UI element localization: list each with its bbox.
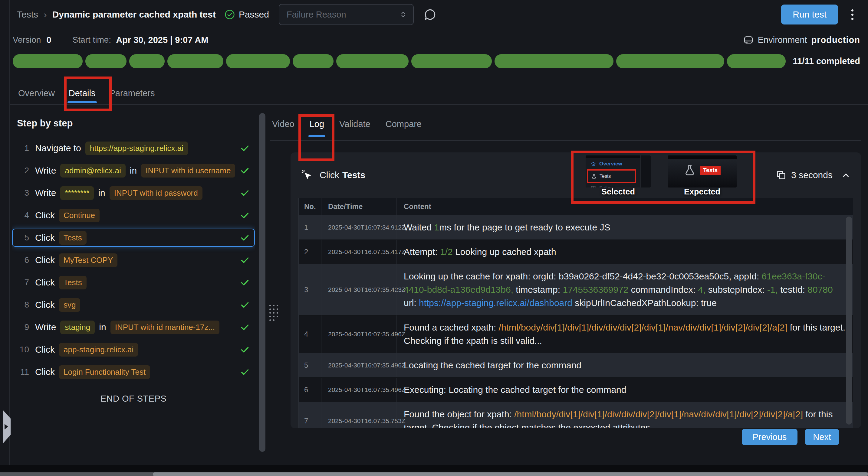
log-text-segment: url: bbox=[404, 298, 419, 308]
status-text: Passed bbox=[239, 9, 269, 20]
step-row[interactable]: 3Write********inINPUT with id password bbox=[12, 184, 255, 202]
step-row[interactable]: 7ClickTests bbox=[12, 273, 255, 292]
log-text-segment: Looking up the cache for xpath: orgId: b… bbox=[404, 271, 762, 281]
log-cell-time: 2025-04-30T16:07:35.423Z bbox=[321, 264, 396, 315]
log-cell-content: Attempt: 1/2 Looking up cached xpath bbox=[396, 240, 853, 264]
log-table-header: No. Date/Time Content bbox=[299, 198, 853, 215]
log-table-scrollbar[interactable] bbox=[846, 216, 852, 424]
log-row: 42025-04-30T16:07:35.496ZFound a cached … bbox=[299, 315, 853, 353]
step-row[interactable]: 8Clicksvg bbox=[12, 296, 255, 314]
tab-validate[interactable]: Validate bbox=[338, 119, 372, 137]
log-step-header: Click Tests Overview bbox=[290, 152, 861, 198]
screenshot-thumbnails: Overview Tests Suites bbox=[586, 156, 737, 195]
next-button[interactable]: Next bbox=[805, 429, 839, 445]
tab-details[interactable]: Details bbox=[67, 88, 97, 103]
failure-reason-select[interactable]: Failure Reason bbox=[279, 4, 414, 25]
step-number: 6 bbox=[18, 255, 29, 265]
check-icon bbox=[240, 277, 250, 287]
step-action: Click bbox=[35, 233, 55, 243]
log-cell-no: 1 bbox=[299, 215, 321, 239]
house-icon bbox=[590, 161, 596, 167]
log-text-segment: skipUrlInCachedXPathLookup: true bbox=[572, 298, 717, 308]
step-row[interactable]: 10Clickapp-staging.relicx.ai bbox=[12, 341, 255, 359]
step-row[interactable]: 11ClickLogin Functionality Test bbox=[12, 363, 255, 381]
selected-screenshot-thumbnail[interactable]: Overview Tests Suites bbox=[586, 156, 651, 195]
kebab-menu-icon[interactable] bbox=[849, 7, 855, 22]
log-text-segment: testId: bbox=[780, 284, 807, 295]
log-cell-no: 2 bbox=[299, 240, 321, 264]
step-value-badge: admin@relicx.ai bbox=[60, 164, 125, 177]
start-time-label: Start time: bbox=[73, 35, 112, 45]
check-icon bbox=[240, 322, 250, 332]
log-row: 62025-04-30T16:07:35.496ZExecuting: Loca… bbox=[299, 377, 853, 402]
log-cell-content: Looking up the cache for xpath: orgId: b… bbox=[396, 264, 853, 315]
mini-sidebar: Overview Tests Suites bbox=[586, 156, 641, 188]
check-icon bbox=[240, 344, 250, 355]
log-row: 52025-04-30T16:07:35.496ZLocating the ca… bbox=[299, 353, 853, 377]
detail-tabs: VideoLogValidateCompare bbox=[271, 119, 423, 137]
step-number: 7 bbox=[18, 278, 29, 287]
progress-segment bbox=[727, 54, 786, 68]
check-icon bbox=[240, 188, 250, 198]
page-title: Dynamic parameter cached xpath test bbox=[52, 9, 216, 20]
check-icon bbox=[240, 143, 250, 153]
log-text-segment: 1/2 bbox=[440, 247, 455, 257]
step-row[interactable]: 4ClickContinue bbox=[12, 206, 255, 225]
log-text-segment: commandIndex: bbox=[631, 284, 698, 295]
step-row[interactable]: 9WritestaginginINPUT with id mantine-17z… bbox=[12, 318, 255, 336]
step-action: Write bbox=[35, 322, 56, 332]
steps-scrollbar[interactable] bbox=[259, 113, 266, 452]
expected-screenshot-thumbnail[interactable]: Tests Expected bbox=[668, 156, 737, 195]
step-target-badge: Login Functionality Test bbox=[59, 365, 150, 379]
step-target-badge: INPUT with id password bbox=[110, 186, 203, 200]
expected-thumbnail-label: Expected bbox=[668, 187, 737, 197]
log-card: Click Tests Overview bbox=[290, 152, 861, 428]
expected-screenshot-image: Tests bbox=[668, 156, 737, 188]
step-target-badge: INPUT with id mantine-17z... bbox=[111, 320, 219, 334]
run-test-button[interactable]: Run test bbox=[781, 4, 838, 25]
step-target-badge: svg bbox=[59, 298, 80, 312]
step-row[interactable]: 1Navigate tohttps://app-staging.relicx.a… bbox=[12, 139, 255, 157]
breadcrumb-tests[interactable]: Tests bbox=[17, 9, 38, 20]
log-text-segment: Locating the cached target for the comma… bbox=[404, 360, 581, 370]
progress-segment bbox=[293, 54, 334, 68]
log-cell-no: 3 bbox=[299, 264, 321, 315]
copy-icon[interactable] bbox=[776, 170, 786, 180]
horizontal-scrollbar-thumb[interactable] bbox=[153, 472, 868, 476]
duration-group: 3 seconds bbox=[776, 170, 851, 180]
log-text-segment: Found a cached xpath: bbox=[404, 322, 499, 332]
step-action: Click bbox=[35, 344, 55, 355]
check-icon bbox=[240, 255, 250, 265]
step-row[interactable]: 6ClickMyTest COPY bbox=[12, 251, 255, 269]
failure-reason-placeholder: Failure Reason bbox=[287, 10, 399, 20]
column-header-datetime: Date/Time bbox=[321, 198, 396, 215]
mini-nav-tests-annotated: Tests bbox=[587, 169, 636, 183]
step-target-badge: MyTest COPY bbox=[59, 253, 117, 267]
step-row[interactable]: 2Writeadmin@relicx.aiinINPUT with id use… bbox=[12, 162, 255, 180]
run-meta-row: Version 0 Start time: Apr 30, 2025 | 9:0… bbox=[13, 33, 860, 47]
step-number: 11 bbox=[18, 367, 29, 377]
progress-segment bbox=[495, 54, 614, 68]
log-step-action: Click bbox=[319, 170, 339, 180]
step-row[interactable]: 5ClickTests bbox=[12, 229, 255, 247]
step-target-badge: INPUT with id username bbox=[141, 164, 235, 177]
tab-log[interactable]: Log bbox=[308, 119, 326, 137]
tab-video[interactable]: Video bbox=[271, 119, 296, 137]
log-text-segment: /html/body/div[1]/div[1]/div/div/div[2]/… bbox=[499, 322, 787, 332]
step-number: 4 bbox=[18, 210, 29, 220]
log-text-segment: 1 bbox=[434, 222, 439, 232]
log-text-segment[interactable]: https://app-staging.relicx.ai/dashboard bbox=[419, 298, 572, 308]
tab-parameters[interactable]: Parameters bbox=[108, 88, 156, 103]
progress-segment bbox=[167, 54, 223, 68]
tab-compare[interactable]: Compare bbox=[384, 119, 423, 137]
previous-button[interactable]: Previous bbox=[742, 429, 798, 445]
step-value-badge: staging bbox=[60, 320, 95, 334]
comment-icon[interactable] bbox=[424, 8, 437, 21]
collapse-chevron-up-icon[interactable] bbox=[841, 170, 851, 180]
step-number: 1 bbox=[18, 143, 29, 153]
passed-check-circle-icon bbox=[224, 9, 235, 20]
log-row: 12025-04-30T16:07:34.912ZWaited 1ms for … bbox=[299, 215, 853, 239]
check-icon bbox=[240, 210, 250, 220]
check-icon bbox=[240, 165, 250, 176]
tab-overview[interactable]: Overview bbox=[17, 88, 56, 103]
